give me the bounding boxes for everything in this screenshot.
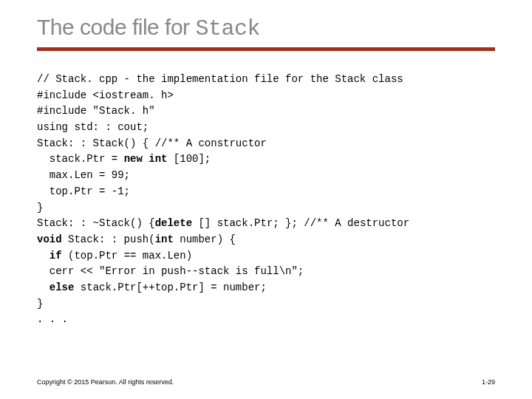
code-line: max.Len = 99; — [37, 168, 495, 184]
code-line: Stack: : ~Stack() {delete [] stack.Ptr; … — [37, 216, 495, 232]
code-line: } — [37, 296, 495, 313]
code-line: using std: : cout; — [37, 120, 495, 136]
code-line: . . . — [37, 312, 495, 328]
code-line: void Stack: : push(int number) { — [37, 232, 495, 248]
code-line: Stack: : Stack() { //** A constructor — [37, 136, 495, 152]
title-text: The code file for — [37, 15, 195, 39]
page-number: 1-29 — [482, 378, 495, 386]
code-line: if (top.Ptr == max.Len) — [37, 248, 495, 265]
code-line: cerr << "Error in push--stack is full\n"… — [37, 264, 495, 280]
code-line: #include "Stack. h" — [37, 103, 495, 120]
code-block: // Stack. cpp - the implementation file … — [37, 72, 495, 328]
code-line: stack.Ptr = new int [100]; — [37, 151, 495, 168]
code-line: } — [37, 200, 495, 216]
code-line: #include <iostream. h> — [37, 88, 495, 104]
code-line: top.Ptr = -1; — [37, 184, 495, 200]
copyright-text: Copyright © 2015 Pearson. All rights res… — [37, 378, 174, 386]
title-rule — [37, 47, 495, 51]
title-code: Stack — [195, 16, 260, 41]
footer: Copyright © 2015 Pearson. All rights res… — [37, 378, 495, 386]
slide-title: The code file for Stack — [37, 15, 495, 41]
code-line: // Stack. cpp - the implementation file … — [37, 72, 495, 88]
slide: The code file for Stack // Stack. cpp - … — [0, 0, 532, 399]
code-line: else stack.Ptr[++top.Ptr] = number; — [37, 280, 495, 296]
